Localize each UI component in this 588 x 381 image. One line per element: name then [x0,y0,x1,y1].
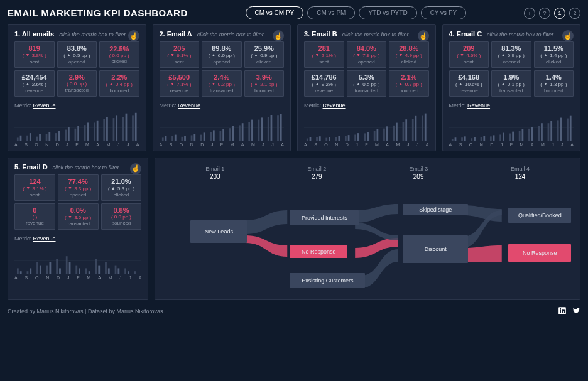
linkedin-icon[interactable] [558,306,567,317]
svg-rect-46 [248,122,250,141]
metric-delta: ( 0.0 pp ) [67,82,87,87]
metric-tile-bounced[interactable]: 0.8%( 0.0 pp )bounced [101,203,142,230]
metric-tile-clicked[interactable]: 25.9%( ▲ 0.9 pp )clicked [244,41,285,68]
metric-dropdown[interactable]: Revenue [33,235,56,242]
metric-tile-sent[interactable]: 281( ▼ 2.1% )sent [304,41,344,68]
svg-rect-13 [75,128,77,141]
flow-node-discount[interactable]: Discount [403,235,468,263]
metric-tile-clicked[interactable]: 22.5%( 0.0 pp )clicked [99,41,139,68]
metric-label: transacted [210,89,233,94]
metric-tile-bounced[interactable]: 2.2%( ▲ 0.4 pp )bounced [99,70,139,97]
svg-rect-52 [277,115,279,141]
flow-node-provided-interests[interactable]: Provided Interests [290,210,359,225]
svg-rect-130 [117,268,119,274]
metric-value: 28.8% [399,45,418,52]
metric-tile-bounced[interactable]: 1.4%( ▼ 1.3 pp )bounced [534,70,574,97]
metric-tiles: 205( ▼ 6.1% )sent89.8%( ▲ 6.0 pp )opened… [160,41,285,97]
metric-tile-revenue[interactable]: 0( )revenue [14,203,55,230]
metric-label: clicked [401,60,416,65]
svg-rect-12 [68,127,70,141]
card-title: 3. Email B - click the metric box to fil… [304,30,429,38]
header-btn-1[interactable]: 1 [554,8,565,19]
metric-tile-sent[interactable]: 819( ▼ 3.8% )sent [14,41,55,68]
metric-tile-clicked[interactable]: 11.5%( ▲ 1.4 pp )clicked [534,41,574,68]
metric-dropdown[interactable]: Revenue [323,102,346,109]
metric-label: transacted [499,89,523,94]
svg-rect-129 [115,265,117,274]
metric-tile-bounced[interactable]: 3.9%( ▲ 2.1 pp )bounced [244,70,285,97]
metric-tile-opened[interactable]: 89.8%( ▲ 6.0 pp )opened [202,41,242,68]
metric-tile-transacted[interactable]: 1.9%( ▲ 0.1 pp )transacted [491,70,531,97]
flow-node-no-response[interactable]: No Response [508,244,571,262]
svg-rect-9 [55,133,57,141]
svg-rect-65 [354,134,356,141]
metric-tile-bounced[interactable]: 2.1%( ▲ 0.7 pp )bounced [389,70,429,97]
metric-value: 81.3% [501,45,521,52]
metric-tile-opened[interactable]: 83.8%( ▲ 0.5 pp )opened [57,41,97,68]
metric-tile-sent[interactable]: 209( ▼ 4.6% )sent [449,41,489,68]
metric-dropdown[interactable]: Revenue [467,102,490,109]
metric-tile-revenue[interactable]: £4,168( ▲ 10.6% )revenue [449,70,489,97]
metric-tile-transacted[interactable]: 2.4%( ▼ 0.3 pp )transacted [202,70,242,97]
metric-tile-opened[interactable]: 77.4%( ▼ 3.3 pp )opened [58,174,99,201]
svg-rect-60 [329,137,330,141]
metric-tile-transacted[interactable]: 5.3%( ▲ 0.5 pp )transacted [347,70,387,97]
header-btn-i[interactable]: i [524,8,535,19]
metric-tile-transacted[interactable]: 0.0%( ▼ 3.6 pp )transacted [58,203,99,230]
metric-tile-revenue[interactable]: £5,500( ▼ 7.1% )revenue [160,70,200,97]
tab-cy-vs-py[interactable]: CY vs PY [421,6,467,19]
metric-tile-revenue[interactable]: £24,454( ▲ 2.6% )revenue [14,70,55,97]
metric-tile-opened[interactable]: 84.0%( ▼ 7.9 pp )opened [347,41,387,68]
metric-value: 77.4% [68,178,88,185]
svg-rect-36 [200,134,202,141]
metric-selector: Metric: Revenue [160,102,285,109]
metric-tile-transacted[interactable]: 2.9%( 0.0 pp )transacted [57,70,97,97]
metric-label: sent [30,60,39,65]
metric-delta: ( ▲ 5.3 pp ) [108,186,134,192]
svg-rect-32 [181,137,183,141]
svg-rect-28 [161,137,163,141]
flow-stage-label: Email 2 [307,166,326,172]
metric-delta: ( ▼ 7.1% ) [167,82,191,88]
metric-tile-clicked[interactable]: 28.8%( ▼ 4.9 pp )clicked [389,41,429,68]
footer-text: Created by Marius Nikiforovas | Dataset … [8,308,163,314]
metric-tile-sent[interactable]: 124( ▼ 3.1% )sent [14,174,55,201]
tab-cm-vs-pm[interactable]: CM vs PM [307,6,355,19]
metric-tiles: 281( ▼ 2.1% )sent84.0%( ▼ 7.9 pp )opened… [304,41,429,97]
svg-rect-45 [241,123,243,141]
metric-delta: ( ▲ 2.6% ) [23,82,46,88]
svg-rect-85 [464,136,466,141]
metric-dropdown[interactable]: Revenue [33,102,56,109]
svg-rect-91 [493,135,494,141]
metric-dropdown[interactable]: Revenue [178,102,200,109]
metric-tile-sent[interactable]: 205( ▼ 6.1% )sent [160,41,200,68]
tab-ytd-vs-pytd[interactable]: YTD vs PYTD [359,6,416,19]
tab-cm-vs-cm-py[interactable]: CM vs CM PY [246,6,304,19]
svg-rect-63 [345,136,347,141]
svg-rect-14 [77,126,79,141]
svg-rect-122 [79,268,80,274]
metric-value: 0 [33,207,36,214]
metric-tile-revenue[interactable]: £14,786( ▲ 9.2% )revenue [304,70,344,97]
twitter-icon[interactable] [572,306,580,317]
flow-node-new-leads[interactable]: New Leads [190,220,247,243]
svg-rect-26 [135,113,137,141]
metric-tile-clicked[interactable]: 21.0%( ▲ 5.3 pp )clicked [101,174,142,201]
metric-label: bounced [544,89,564,94]
footer: Created by Marius Nikiforovas | Dataset … [8,306,580,317]
metric-tile-opened[interactable]: 81.3%( ▲ 6.9 pp )opened [491,41,531,68]
flow-node-no-response[interactable]: No Response [290,245,347,258]
metric-value: £14,786 [312,73,337,81]
flow-node-exsisting-customers[interactable]: Exsisting Customers [290,273,365,288]
svg-rect-128 [108,268,110,274]
svg-rect-117 [56,259,58,274]
metric-delta: ( ▲ 2.1 pp ) [251,82,277,88]
flow-node-skiped-stage[interactable]: Skiped stage [403,204,468,215]
metric-value: 22.5% [109,45,129,53]
flow-node-qualified-booked[interactable]: Qualified/Booked [508,208,571,223]
svg-rect-125 [95,259,97,274]
svg-rect-90 [489,136,491,141]
svg-rect-11 [65,129,67,141]
header-btn-2[interactable]: 2 [569,8,580,19]
header-btn-?[interactable]: ? [539,8,550,19]
